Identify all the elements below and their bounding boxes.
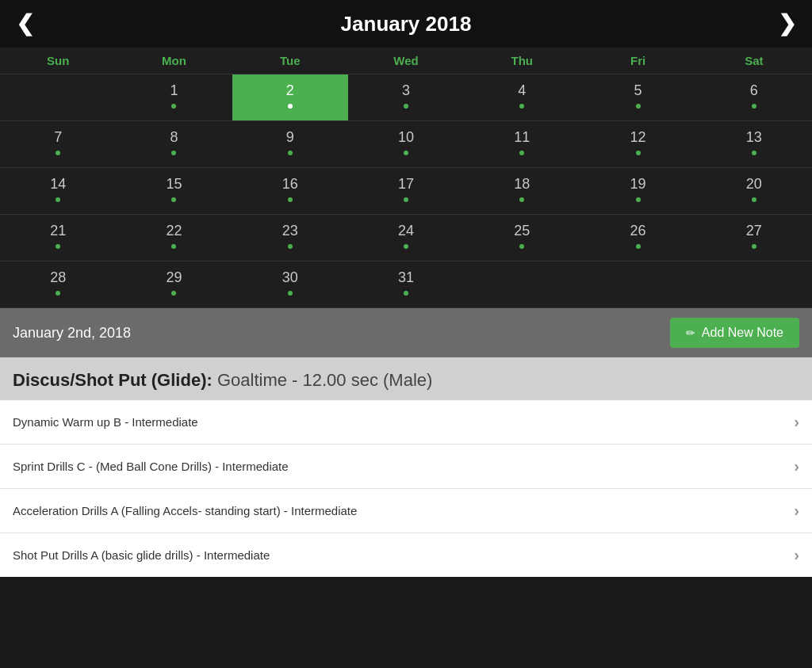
workout-section: Discus/Shot Put (Glide): Goaltime - 12.0… [0,357,812,400]
calendar-cell-29[interactable]: 29 [116,261,232,307]
cell-number: 16 [282,176,298,193]
cell-number: 13 [746,129,762,146]
calendar-cell-24[interactable]: 24 [348,215,464,261]
calendar-cell-22[interactable]: 22 [116,215,232,261]
calendar-cell-17[interactable]: 17 [348,168,464,214]
calendar-cell-28[interactable]: 28 [0,261,116,307]
calendar-cell-13[interactable]: 13 [696,121,812,167]
calendar-cell-11[interactable]: 11 [464,121,580,167]
add-note-label: Add New Note [702,326,783,340]
cell-dot [752,244,756,249]
cell-number: 28 [50,269,66,286]
day-header-thu: Thu [464,48,580,74]
selected-date-text: January 2nd, 2018 [13,325,131,342]
cell-number: 6 [750,82,758,99]
cell-dot [288,104,293,109]
calendar-cell-6[interactable]: 6 [696,74,812,120]
drill-item-3[interactable]: Acceleration Drills A (Falling Accels- s… [0,489,812,533]
cell-dot [171,104,176,109]
prev-month-button[interactable]: ❮ [16,13,34,35]
drill-name: Acceleration Drills A (Falling Accels- s… [13,504,357,517]
calendar-cell-5[interactable]: 5 [580,74,695,120]
cell-number: 26 [630,223,646,239]
calendar-grid: Sun Mon Tue Wed Thu Fri Sat 123456789101… [0,48,812,308]
calendar-cell-20[interactable]: 20 [696,168,812,214]
calendar-weeks: 1234567891011121314151617181920212223242… [0,74,812,308]
drill-item-2[interactable]: Sprint Drills C - (Med Ball Cone Drills)… [0,445,812,489]
cell-number: 31 [398,269,414,286]
calendar-cell-23[interactable]: 23 [232,215,348,261]
calendar-cell-30[interactable]: 30 [232,261,348,307]
calendar-cell-empty [580,261,695,307]
calendar-cell-8[interactable]: 8 [116,121,232,167]
add-note-button[interactable]: ✏ Add New Note [670,318,799,348]
calendar-cell-26[interactable]: 26 [580,215,695,261]
calendar-header: ❮ January 2018 ❯ [0,0,812,48]
day-header-sun: Sun [0,48,116,74]
cell-dot [752,197,756,202]
calendar-cell-12[interactable]: 12 [580,121,695,167]
cell-dot [636,197,641,202]
calendar-week-3: 14151617181920 [0,168,812,215]
calendar-cell-empty [696,261,812,307]
cell-number: 29 [166,269,182,286]
calendar-cell-27[interactable]: 27 [696,215,812,261]
drill-item-4[interactable]: Shot Put Drills A (basic glide drills) -… [0,533,812,577]
cell-number: 17 [398,176,414,193]
day-header-wed: Wed [348,48,464,74]
calendar-cell-19[interactable]: 19 [580,168,695,214]
cell-dot [56,244,60,249]
cell-number: 15 [166,176,182,193]
cell-dot [171,151,176,155]
calendar-cell-31[interactable]: 31 [348,261,464,307]
cell-number: 7 [54,129,62,146]
cell-number: 10 [398,129,414,146]
drill-item-1[interactable]: Dynamic Warm up B - Intermediate› [0,400,812,445]
next-month-button[interactable]: ❯ [778,13,796,35]
cell-dot [288,197,293,202]
cell-dot [404,291,408,296]
cell-dot [56,151,60,155]
calendar-cell-2[interactable]: 2 [232,74,348,120]
cell-number: 11 [514,129,530,146]
cell-number: 20 [746,176,762,193]
selected-date-bar: January 2nd, 2018 ✏ Add New Note [0,308,812,357]
cell-number: 18 [514,176,530,193]
cell-dot [288,244,293,249]
cell-dot [519,104,524,109]
calendar-week-4: 21222324252627 [0,215,812,261]
cell-dot [636,244,641,249]
drill-name: Sprint Drills C - (Med Ball Cone Drills)… [13,460,289,473]
calendar-cell-25[interactable]: 25 [464,215,580,261]
cell-number: 12 [630,129,646,146]
calendar-cell-21[interactable]: 21 [0,215,116,261]
calendar-cell-10[interactable]: 10 [348,121,464,167]
calendar-cell-18[interactable]: 18 [464,168,580,214]
calendar-cell-14[interactable]: 14 [0,168,116,214]
calendar-cell-9[interactable]: 9 [232,121,348,167]
workout-title-bold: Discus/Shot Put (Glide): [13,370,213,390]
cell-number: 1 [170,82,178,99]
calendar-cell-16[interactable]: 16 [232,168,348,214]
cell-dot [636,151,641,155]
day-header-fri: Fri [580,48,695,74]
cell-dot [752,151,756,155]
cell-dot [404,151,408,155]
calendar-cell-15[interactable]: 15 [116,168,232,214]
cell-number: 5 [634,82,642,99]
calendar-cell-7[interactable]: 7 [0,121,116,167]
calendar-cell-3[interactable]: 3 [348,74,464,120]
cell-dot [636,104,641,109]
pencil-icon: ✏ [686,326,695,339]
cell-number: 2 [286,82,294,99]
cell-number: 25 [514,223,530,239]
calendar-cell-4[interactable]: 4 [464,74,580,120]
cell-number: 22 [166,223,182,239]
calendar-cell-1[interactable]: 1 [116,74,232,120]
cell-number: 4 [518,82,526,99]
cell-dot [404,197,408,202]
cell-dot [404,104,408,109]
cell-number: 9 [286,129,294,146]
cell-dot [56,197,60,202]
cell-number: 8 [170,129,178,146]
